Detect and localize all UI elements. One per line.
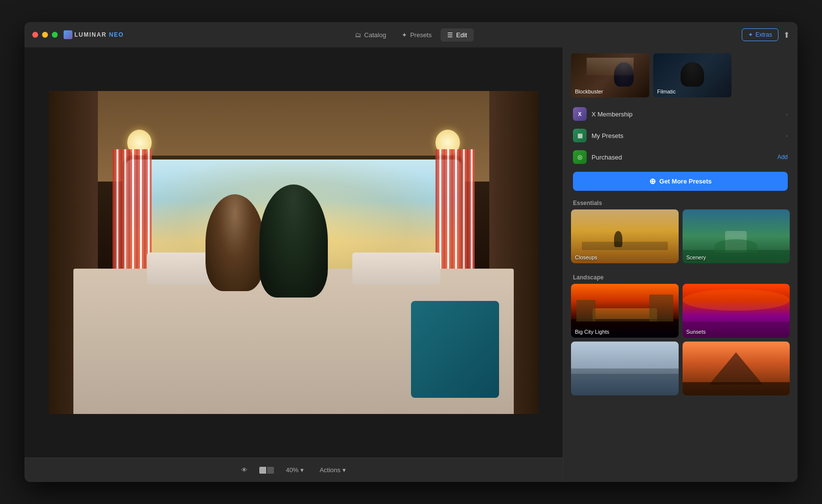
traffic-lights [32,32,58,38]
scenery-label: Scenery [686,254,706,260]
preset-sunsets[interactable]: Sunsets [683,284,790,338]
essentials-grid: Closeups Scenery [571,209,790,263]
essentials-title: Essentials [571,195,790,209]
landscape-grid: Big City Lights Sunsets [571,284,790,395]
preset-closeups[interactable]: Closeups [571,209,679,263]
edit-lines-icon: ☰ [447,31,453,39]
preset-header-strip: Blockbuster Filmatic [563,47,798,97]
photo-container [24,47,563,458]
person-right [259,184,328,298]
tab-edit[interactable]: ☰ Edit [440,28,474,42]
compare-button[interactable] [259,467,274,474]
catalog-icon: 🗂 [355,31,361,39]
pillow-teal [411,301,499,398]
my-presets-chevron-icon: › [786,133,788,138]
eye-button[interactable]: 👁 [237,464,251,476]
preset-scenery[interactable]: Scenery [683,209,790,263]
photo-display [49,91,538,414]
logo-icon [64,30,72,39]
preset-landscape1[interactable] [571,342,679,395]
landscape-title: Landscape [571,269,790,284]
photo-area: 👁 40% ▾ Actions ▾ [24,47,563,482]
closeups-label: Closeups [575,254,597,260]
title-bar: LUMINAR NEO 🗂 Catalog ✦ Presets ☰ Edit ✦… [24,22,798,47]
compare-half-left [259,467,266,474]
preset-card-blockbuster[interactable]: Blockbuster [571,53,649,97]
bottom-toolbar: 👁 40% ▾ Actions ▾ [24,458,563,482]
minimize-button[interactable] [42,32,48,38]
zoom-button[interactable]: 40% ▾ [282,464,308,476]
chevron-down-icon: ▾ [300,466,304,474]
purchased-label: Purchased [592,154,773,161]
filmatic-label: Filmatic [657,89,676,94]
share-icon[interactable]: ⬆ [783,30,790,40]
right-panel: Blockbuster Filmatic X X Membership [563,47,798,482]
purchased-icon: ◎ [573,150,587,164]
person-left [206,194,264,291]
actions-chevron-icon: ▾ [342,466,346,474]
center-tabs: 🗂 Catalog ✦ Presets ☰ Edit [348,28,474,42]
pillow-right [352,252,440,285]
actions-button[interactable]: Actions ▾ [316,464,350,476]
preset-big-city-lights[interactable]: Big City Lights [571,284,679,338]
x-membership-row[interactable]: X X Membership › [571,103,790,125]
add-link[interactable]: Add [777,154,788,160]
extras-button[interactable]: ✦ Extras [742,28,778,41]
x-membership-icon: X [573,107,587,121]
tab-presets[interactable]: ✦ Presets [395,28,438,42]
main-content: 👁 40% ▾ Actions ▾ [24,47,798,482]
close-button[interactable] [32,32,38,38]
logo-text: LUMINAR NEO [74,31,124,38]
preset-landscape2[interactable] [683,342,790,395]
app-window: LUMINAR NEO 🗂 Catalog ✦ Presets ☰ Edit ✦… [24,22,798,482]
presets-list[interactable]: X X Membership › ▦ My Presets › ◎ [563,97,798,482]
my-presets-icon: ▦ [573,129,587,142]
plus-icon: ✦ [748,31,753,38]
tab-catalog[interactable]: 🗂 Catalog [348,28,393,42]
purchased-row[interactable]: ◎ Purchased Add [571,146,790,168]
photo-background [49,91,538,414]
eye-icon: 👁 [241,466,248,474]
maximize-button[interactable] [52,32,58,38]
compare-half-right [267,467,274,474]
x-membership-label: X Membership [592,111,781,118]
blockbuster-label: Blockbuster [575,89,603,94]
x-membership-chevron-icon: › [786,111,788,117]
get-more-presets-button[interactable]: ⊕ Get More Presets [573,172,788,191]
preset-card-filmatic[interactable]: Filmatic [653,53,731,97]
my-presets-label: My Presets [592,132,781,139]
big-city-lights-label: Big City Lights [575,329,609,335]
app-logo: LUMINAR NEO [64,30,124,39]
sunsets-label: Sunsets [686,329,706,335]
my-presets-row[interactable]: ▦ My Presets › [571,125,790,146]
get-more-plus-icon: ⊕ [649,177,656,186]
presets-star-icon: ✦ [402,31,407,39]
title-bar-right: ✦ Extras ⬆ [742,28,790,41]
